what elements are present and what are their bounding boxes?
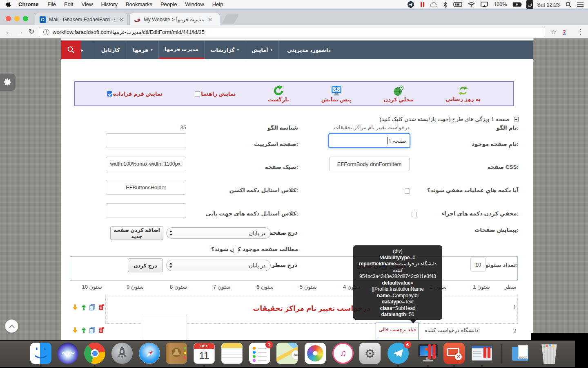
- contacts-icon[interactable]: [166, 343, 187, 364]
- chrome-icon[interactable]: [84, 343, 105, 364]
- safari-icon[interactable]: [139, 343, 160, 364]
- delete-row-icon[interactable]: [98, 304, 104, 311]
- reload-button[interactable]: ↻: [26, 27, 37, 37]
- nav-dashboard[interactable]: داشبورد مديريتى: [278, 40, 339, 59]
- input-source-badge[interactable]: ف: [526, 0, 533, 9]
- window-close-button[interactable]: [6, 16, 11, 21]
- add-page-button[interactable]: اضافه کردن صفحه جديد: [110, 226, 163, 240]
- window-minimize-button[interactable]: [14, 16, 20, 21]
- row2-empty-cell[interactable]: [142, 315, 187, 340]
- action-class-input[interactable]: [106, 180, 186, 195]
- itunes-icon[interactable]: ♫: [332, 343, 354, 364]
- nav-reports[interactable]: گزارشات: [204, 40, 245, 59]
- forward-button[interactable]: →: [15, 27, 25, 37]
- menu-bookmarks[interactable]: Bookmarks: [122, 1, 156, 7]
- menu-edit[interactable]: Edit: [60, 1, 77, 7]
- menu-file[interactable]: File: [43, 1, 60, 7]
- keyboard-battery-icon[interactable]: [451, 0, 464, 9]
- remote-desktop-icon[interactable]: ✕: [443, 343, 465, 364]
- menu-window[interactable]: Window: [181, 1, 208, 7]
- nav-manage-forms[interactable]: مديرت فرمها: [158, 40, 204, 59]
- show-metadata-checkbox[interactable]: [107, 91, 112, 96]
- style-input[interactable]: [106, 157, 186, 171]
- finder-icon[interactable]: [30, 343, 51, 364]
- insert-row-button[interactable]: درج کردن: [128, 258, 163, 272]
- copy-row-icon[interactable]: [89, 327, 96, 334]
- css-input[interactable]: [329, 157, 410, 171]
- menu-people[interactable]: People: [156, 1, 181, 7]
- spotlight-search-icon[interactable]: [564, 0, 573, 9]
- move-up-icon[interactable]: [80, 304, 87, 311]
- telegram-icon[interactable]: 6: [388, 343, 409, 364]
- url-field[interactable]: i workflow.faradidsoft.com/مديرت-فرمها/c…: [39, 27, 545, 37]
- tab-mail[interactable]: O Mail - Ghasem FadaeiFard - Ou ✕: [35, 13, 128, 26]
- extension-icon[interactable]: D: [563, 29, 566, 36]
- back-to-top-button[interactable]: [5, 319, 18, 333]
- creative-cloud-icon[interactable]: [428, 0, 439, 9]
- launchpad-icon[interactable]: [111, 343, 133, 364]
- new-tab-button[interactable]: [222, 14, 239, 24]
- system-preferences-icon[interactable]: ⚙: [359, 343, 381, 364]
- page-info-icon[interactable]: i: [43, 29, 49, 35]
- toolbar-back-button[interactable]: بازگشت: [268, 85, 289, 103]
- settings-widget-tab[interactable]: [0, 74, 16, 91]
- airplay-display-icon[interactable]: [479, 0, 490, 9]
- pause-status-icon[interactable]: [418, 0, 427, 9]
- browser-menu-icon[interactable]: ⋮: [575, 27, 586, 37]
- menu-history[interactable]: History: [97, 1, 121, 7]
- photos-icon[interactable]: [305, 343, 326, 364]
- section-header[interactable]: صفحه 1 ويژگى های طرح (جهت باز/بسته شدن ک…: [380, 116, 519, 122]
- calendar-icon[interactable]: DEY 11: [194, 343, 215, 364]
- delete-row-icon[interactable]: [98, 327, 104, 334]
- columns-count-input[interactable]: [470, 258, 486, 272]
- window-zoom-button[interactable]: [23, 16, 28, 21]
- toolbar-update-button[interactable]: به روز رساني: [445, 85, 481, 102]
- copy-row-icon[interactable]: [89, 304, 96, 311]
- move-down-icon[interactable]: [72, 304, 78, 311]
- hide-exec-checkbox[interactable]: [412, 212, 417, 217]
- siri-icon[interactable]: [57, 343, 78, 364]
- move-up-icon[interactable]: [80, 327, 87, 334]
- documents-folder-icon[interactable]: DOCX: [511, 343, 532, 364]
- tab-mail-close-icon[interactable]: ✕: [119, 17, 123, 22]
- menu-help[interactable]: Help: [208, 1, 227, 7]
- minimized-window-icon[interactable]: [471, 343, 492, 364]
- collapse-icon[interactable]: [514, 117, 519, 121]
- maps-icon[interactable]: 3D: [276, 343, 298, 364]
- nav-forms[interactable]: فرمها: [127, 40, 158, 59]
- apple-menu-icon[interactable]: [0, 1, 15, 7]
- script-page-input[interactable]: [106, 133, 186, 148]
- copy-content-checkbox[interactable]: [233, 248, 238, 253]
- telegram-status-icon[interactable]: [405, 0, 416, 9]
- bluetooth-icon[interactable]: [441, 0, 450, 9]
- toolbar-localize-button[interactable]: محلي کردن: [383, 85, 413, 103]
- tab-site-close-icon[interactable]: ✕: [208, 17, 212, 22]
- insert-page-select[interactable]: در پايان: [166, 227, 271, 239]
- page-name-input[interactable]: [328, 133, 410, 148]
- nav-class-input[interactable]: [106, 203, 186, 218]
- menu-app-name[interactable]: Chrome: [15, 1, 43, 7]
- tooltip-line: datalength=50: [354, 312, 441, 318]
- menu-view[interactable]: View: [77, 1, 97, 7]
- insert-row-select[interactable]: در پايان: [166, 260, 271, 271]
- windows-vm-icon[interactable]: [417, 343, 439, 364]
- nav-search-button[interactable]: [61, 40, 81, 59]
- back-button[interactable]: ←: [3, 27, 14, 37]
- show-help-checkbox[interactable]: [195, 91, 200, 96]
- notes-icon[interactable]: [221, 343, 243, 364]
- tooltip-line: (div): [354, 248, 441, 255]
- menubar-clock[interactable]: Sat 12:23: [535, 0, 562, 9]
- toolbar-preview-button[interactable]: پيش نمايش: [321, 85, 352, 103]
- notification-center-icon[interactable]: [575, 0, 586, 9]
- nav-cartable[interactable]: کارتابل: [94, 40, 127, 59]
- tab-site-active[interactable]: ف My Website > مديرت فرمها ✕: [129, 13, 220, 26]
- move-down-icon[interactable]: [72, 327, 78, 334]
- row2-selected-cell[interactable]: فيلد برچسب خالی: [376, 323, 419, 340]
- reminders-icon[interactable]: 1: [249, 343, 270, 364]
- copy-content-label: مطالب صفحه موجود کپي شوند؟: [211, 246, 298, 252]
- trash-icon[interactable]: [539, 343, 560, 364]
- wifi-icon[interactable]: [466, 0, 477, 9]
- nav-amayesh[interactable]: آمايش: [245, 40, 278, 59]
- bookmark-star-icon[interactable]: ☆: [548, 27, 559, 37]
- hide-ops-checkbox[interactable]: [405, 188, 410, 194]
